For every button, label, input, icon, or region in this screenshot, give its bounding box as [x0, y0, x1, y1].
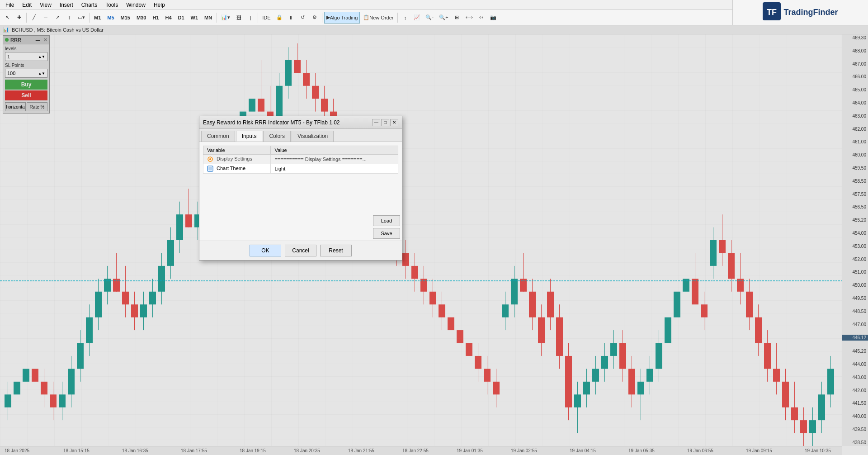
toolbar-autoscroll[interactable]: ⟺: [463, 12, 475, 24]
settings-icon: [207, 156, 213, 162]
dialog-action-buttons: Load Save: [371, 213, 402, 241]
toolbar-shapes[interactable]: ▭▾: [75, 12, 87, 24]
ok-button[interactable]: OK: [250, 245, 281, 256]
toolbar-zoom-in[interactable]: ↕: [400, 12, 410, 24]
dialog-title: Easy Reward to Risk RRR Indicator MT5 - …: [203, 119, 340, 126]
menu-charts[interactable]: Charts: [78, 1, 101, 9]
toolbar-text[interactable]: T: [64, 12, 75, 24]
tf-m1[interactable]: M1: [91, 13, 104, 23]
dialog-tabs: Common Inputs Colors Visualization: [199, 129, 402, 142]
toolbar-line[interactable]: ╱: [28, 12, 39, 24]
separator-1: [26, 13, 27, 23]
menu-view[interactable]: View: [36, 1, 55, 9]
row-display-settings-val: ========== Display Settings =======...: [271, 155, 398, 164]
tab-common[interactable]: Common: [201, 131, 235, 142]
tab-visualization[interactable]: Visualization: [292, 131, 334, 142]
tf-m5[interactable]: M5: [104, 13, 117, 23]
load-button[interactable]: Load: [373, 215, 400, 226]
dialog-close-btn[interactable]: ✕: [390, 119, 398, 126]
inputs-table: Variable Value: [203, 146, 398, 174]
tf-mn[interactable]: MN: [202, 13, 215, 23]
svg-point-190: [209, 158, 211, 160]
toolbar-hline[interactable]: ─: [40, 12, 51, 24]
chart-container: 📊 BCHUSD , M5: Bitcoin Cash vs US Dollar…: [0, 25, 868, 455]
dialog-maximize-btn[interactable]: □: [381, 119, 389, 126]
logo-text: TradingFinder: [783, 8, 838, 17]
menu-tools[interactable]: Tools: [102, 1, 122, 9]
new-order-btn[interactable]: 📋 New Order: [361, 12, 396, 24]
chart-theme-label: Chart Theme: [217, 166, 245, 171]
menu-window[interactable]: Window: [123, 1, 149, 9]
separator-4: [258, 13, 258, 23]
row-chart-theme-val[interactable]: Light: [271, 164, 398, 174]
separator-5: [322, 13, 322, 23]
tab-inputs[interactable]: Inputs: [236, 131, 263, 142]
toolbar-indicators[interactable]: 📈: [411, 12, 422, 24]
cancel-button[interactable]: Cancel: [285, 245, 316, 256]
tf-m30[interactable]: M30: [134, 13, 149, 23]
separator-2: [89, 13, 90, 23]
theme-icon: [207, 166, 213, 172]
save-button[interactable]: Save: [373, 228, 400, 239]
toolbar-arrow[interactable]: ↗: [52, 12, 63, 24]
toolbar-period-sep[interactable]: |: [245, 12, 256, 24]
dialog-empty-space: [203, 174, 398, 237]
tf-m15[interactable]: M15: [118, 13, 133, 23]
toolbar-settings[interactable]: ⚙: [309, 12, 320, 24]
col-variable: Variable: [203, 146, 271, 155]
menu-edit[interactable]: Edit: [19, 1, 35, 9]
toolbar-record[interactable]: ⏸: [286, 12, 297, 24]
reset-button[interactable]: Reset: [320, 245, 352, 256]
tf-h1[interactable]: H1: [150, 13, 161, 23]
col-value: Value: [271, 146, 398, 155]
logo-area: TF TradingFinder: [732, 0, 868, 25]
toolbar-screenshot[interactable]: 📷: [488, 12, 499, 24]
svg-rect-192: [208, 167, 212, 171]
toolbar-crosshair[interactable]: ✚: [14, 12, 24, 24]
dialog-overlay: Easy Reward to Risk RRR Indicator MT5 - …: [0, 25, 868, 455]
menu-help[interactable]: Help: [150, 1, 169, 9]
display-settings-label: Display Settings: [217, 156, 252, 161]
separator-6: [397, 13, 398, 23]
algo-trading-btn[interactable]: ▶ Algo Trading: [324, 12, 360, 24]
toolbar-zoom-out[interactable]: 🔍-: [423, 12, 436, 24]
table-row: Display Settings ========== Display Sett…: [203, 155, 398, 164]
toolbar-zoom-in2[interactable]: 🔍+: [437, 12, 450, 24]
tf-w1[interactable]: W1: [188, 13, 201, 23]
toolbar-chart-type[interactable]: 📊▾: [219, 12, 232, 24]
toolbar-template[interactable]: 🖼: [233, 12, 244, 24]
toolbar-refresh[interactable]: ↺: [297, 12, 308, 24]
toolbar-grid[interactable]: ⊞: [452, 12, 462, 24]
menu-insert[interactable]: Insert: [56, 1, 77, 9]
toolbar-lock[interactable]: 🔒: [274, 12, 285, 24]
row-chart-theme-var: Chart Theme: [203, 164, 271, 174]
dialog-minimize-btn[interactable]: —: [372, 119, 380, 126]
separator-3: [217, 13, 217, 23]
dialog-controls: — □ ✕: [371, 119, 398, 126]
tab-colors[interactable]: Colors: [263, 131, 291, 142]
menu-file[interactable]: File: [2, 1, 18, 9]
tf-h4[interactable]: H4: [162, 13, 174, 23]
dialog-titlebar[interactable]: Easy Reward to Risk RRR Indicator MT5 - …: [199, 116, 402, 129]
toolbar-cursor[interactable]: ↖: [2, 12, 13, 24]
toolbar-fix-scale[interactable]: ⇔: [476, 12, 487, 24]
indicator-dialog: Easy Reward to Risk RRR Indicator MT5 - …: [199, 116, 402, 261]
dialog-content: Variable Value: [199, 142, 402, 241]
row-display-settings-var: Display Settings: [203, 155, 271, 164]
toolbar-ide[interactable]: IDE: [260, 12, 273, 24]
dialog-footer: OK Cancel Reset: [199, 241, 402, 260]
svg-text:TF: TF: [767, 8, 777, 17]
tf-d1[interactable]: D1: [175, 13, 187, 23]
table-row[interactable]: Chart Theme Light: [203, 164, 398, 174]
logo-icon: TF: [763, 2, 781, 23]
